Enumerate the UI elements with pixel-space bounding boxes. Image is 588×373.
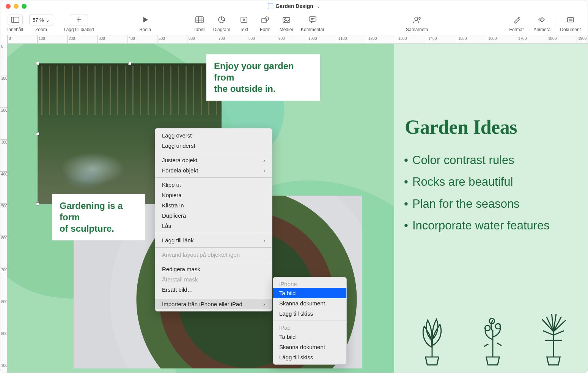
menu-item[interactable]: Klipp ut [155, 180, 272, 190]
list-item: Color contrast rules [402, 149, 580, 171]
menu-item[interactable]: Lås [155, 221, 272, 231]
ruler-tick: 300 [97, 35, 105, 43]
contents-button[interactable]: Innehåll [4, 13, 26, 32]
submenu-item[interactable]: Lägg till skiss [273, 308, 346, 319]
context-submenu-import[interactable]: iPhoneTa bildSkanna dokumentLägg till sk… [273, 277, 347, 365]
toolbar: Innehåll 57 % ⌄ Zoom Lägg till diabild S… [0, 12, 588, 35]
ruler-vertical[interactable]: 01002003004005006007008009001000 [0, 44, 7, 373]
submenu-item[interactable]: Lägg till skiss [273, 352, 346, 362]
document-title-text: Garden Design [275, 3, 313, 9]
animate-button[interactable]: Animera [531, 13, 554, 32]
media-button[interactable]: Medier [276, 13, 297, 32]
submenu-heading: iPhone [273, 279, 346, 288]
menu-item[interactable]: Ersätt bild… [155, 284, 272, 295]
ruler-tick: 1500 [457, 35, 467, 43]
submenu-item[interactable]: Ta bild [273, 288, 346, 298]
document-label: Dokument [560, 27, 581, 32]
zoom-window-button[interactable] [22, 4, 27, 9]
slide-side-panel: Garden Ideas Color contrast rules Rocks … [394, 44, 588, 373]
menu-item[interactable]: Fördela objekt› [155, 165, 272, 175]
minimize-window-button[interactable] [14, 4, 19, 9]
menu-item: Återställ mask [155, 274, 272, 284]
menu-item[interactable]: Redigera mask [155, 264, 272, 274]
ruler-tick: 1400 [427, 35, 437, 43]
add-slide-label: Lägg till diabild [64, 27, 94, 32]
slide-bullet-list[interactable]: Color contrast rules Rocks are beautiful… [402, 149, 580, 236]
format-button[interactable]: Format [506, 13, 527, 32]
chart-label: Diagram [213, 27, 230, 32]
ruler-horizontal[interactable]: 0100200300400500600700800900100011001200… [7, 35, 588, 44]
chevron-right-icon: › [263, 168, 265, 174]
ruler-tick: 1300 [397, 35, 407, 43]
chart-button[interactable]: Diagram [210, 13, 233, 32]
text-button[interactable]: A Text [233, 13, 255, 32]
svg-point-16 [285, 19, 286, 20]
collaborate-button[interactable]: Samarbeta [388, 13, 445, 32]
toolbar-divider [555, 18, 555, 31]
zoom-dropdown[interactable]: 57 % ⌄ Zoom [26, 13, 56, 32]
animate-label: Animera [534, 27, 551, 32]
svg-point-14 [265, 17, 269, 21]
menu-item-label: Justera objekt [162, 157, 197, 163]
zoom-label: Zoom [35, 27, 47, 32]
slide-title[interactable]: Garden Ideas [405, 116, 580, 138]
svg-text:A: A [243, 18, 245, 22]
menu-item-label: Lås [162, 223, 171, 229]
menu-item[interactable]: Lägg underst [155, 141, 272, 151]
ruler-tick: 700 [217, 35, 225, 43]
ruler-tick: 400 [0, 171, 7, 176]
list-item: Rocks are beautiful [402, 171, 580, 193]
contents-label: Innehåll [7, 27, 23, 32]
ruler-tick: 300 [0, 139, 7, 144]
table-button[interactable]: Tabell [189, 13, 210, 32]
ruler-tick: 800 [0, 299, 7, 304]
ruler-tick: 1700 [517, 35, 527, 43]
media-label: Medier [280, 27, 294, 32]
submenu-item[interactable]: Skanna dokument [273, 298, 346, 308]
play-label: Spela [139, 27, 151, 32]
ruler-tick: 100 [37, 35, 45, 43]
list-item: Incorporate water features [402, 215, 580, 236]
menu-separator [155, 233, 272, 233]
ruler-tick: 800 [247, 35, 255, 43]
menu-separator [155, 247, 272, 248]
caption-box-top[interactable]: Enjoy your garden from the outside in. [206, 54, 320, 101]
menu-item[interactable]: Duplicera [155, 210, 272, 221]
submenu-item[interactable]: Ta bild [273, 332, 346, 342]
close-window-button[interactable] [6, 4, 11, 9]
menu-item[interactable]: Lägg till länk› [155, 235, 272, 245]
table-label: Tabell [193, 27, 205, 32]
ruler-tick: 0 [0, 44, 7, 49]
window-controls [6, 4, 27, 9]
menu-item-label: Lägg överst [162, 132, 192, 139]
menu-item-label: Ersätt bild… [162, 286, 193, 293]
shape-label: Form [260, 27, 270, 32]
menu-item[interactable]: Justera objekt› [155, 155, 272, 165]
ruler-tick: 200 [67, 35, 75, 43]
context-menu[interactable]: Lägg överstLägg understJustera objekt›Fö… [155, 128, 272, 311]
menu-separator [155, 297, 272, 297]
menu-item[interactable]: Klistra in [155, 200, 272, 210]
ruler-tick: 500 [157, 35, 165, 43]
caption-box-left[interactable]: Gardening is a form of sculpture. [52, 194, 145, 240]
plant-icon [531, 309, 576, 366]
zoom-value: 57 % [33, 17, 44, 23]
document-title[interactable]: Garden Design ⌄ [268, 3, 320, 9]
ruler-tick: 1000 [307, 35, 317, 43]
play-button[interactable]: Spela [102, 13, 189, 32]
menu-item-label: Lägg underst [162, 142, 195, 149]
menu-item[interactable]: Lägg överst [155, 130, 272, 141]
menu-item[interactable]: Kopiera [155, 190, 272, 200]
submenu-item[interactable]: Skanna dokument [273, 342, 346, 352]
ruler-tick: 600 [187, 35, 195, 43]
menu-separator [155, 153, 272, 153]
menu-item-label: Importera från iPhone eller iPad [162, 301, 242, 307]
menu-item[interactable]: Importera från iPhone eller iPad› [155, 299, 272, 309]
svg-rect-27 [569, 19, 572, 21]
menu-item-label: Använd layout på objektet igen [162, 251, 240, 258]
menu-item-label: Lägg till länk [162, 237, 193, 243]
add-slide-button[interactable]: Lägg till diabild [56, 13, 102, 32]
shape-button[interactable]: Form [255, 13, 276, 32]
document-button[interactable]: Dokument [557, 13, 584, 32]
comment-button[interactable]: Kommentar [297, 13, 328, 32]
